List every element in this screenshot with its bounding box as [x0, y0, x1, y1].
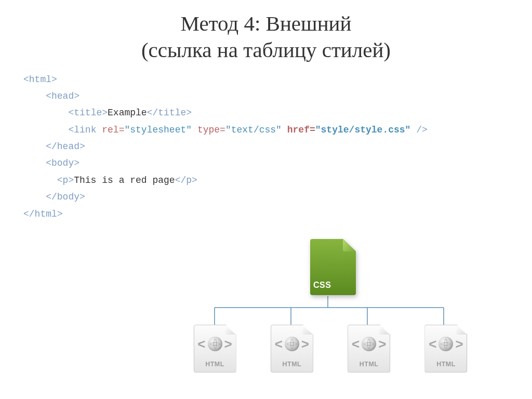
- globe-icon: [438, 337, 453, 351]
- attr-href: href=: [287, 125, 315, 135]
- css-label: CSS: [313, 281, 331, 290]
- title-line-2: (ссылка на таблицу стилей): [141, 38, 391, 62]
- angle-right-icon: >: [455, 337, 463, 351]
- html-label: HTML: [348, 361, 390, 368]
- val-href: "style/style.css": [315, 125, 411, 135]
- globe-icon: [285, 337, 299, 351]
- attr-rel: rel=: [102, 125, 124, 135]
- diagram: CSS <> HTML <> HTML: [185, 239, 476, 390]
- angle-right-icon: >: [301, 337, 309, 351]
- p-text: This is a red page: [74, 175, 175, 185]
- angle-right-icon: >: [378, 337, 386, 351]
- tag-body-close: </body>: [46, 192, 85, 202]
- css-file-icon: CSS: [304, 239, 362, 295]
- val-type: "text/css": [225, 125, 282, 135]
- html-file-icon: <> HTML: [339, 325, 399, 373]
- html-file-icon: <> HTML: [416, 325, 476, 373]
- tag-html-open: <html>: [23, 74, 57, 85]
- angle-right-icon: >: [224, 337, 232, 351]
- tag-head-close: </head>: [46, 141, 85, 152]
- tag-title-close: </title>: [147, 108, 192, 118]
- angle-left-icon: <: [197, 337, 205, 351]
- slide-container: Метод 4: Внешний (ссылка на таблицу стил…: [0, 0, 532, 399]
- globe-icon: [208, 337, 222, 351]
- angle-left-icon: <: [352, 337, 360, 351]
- tag-link-close: />: [410, 125, 427, 135]
- tag-html-close: </html>: [23, 209, 63, 219]
- tag-body-open: <body>: [46, 158, 79, 168]
- globe-icon: [362, 337, 376, 351]
- tag-head-open: <head>: [46, 91, 79, 101]
- angle-left-icon: <: [275, 337, 283, 351]
- attr-type: type=: [197, 125, 225, 135]
- html-file-icon: <> HTML: [185, 325, 245, 373]
- tag-link-open: <link: [68, 125, 102, 135]
- angle-left-icon: <: [429, 337, 436, 351]
- html-label: HTML: [194, 361, 236, 368]
- code-sample: <html> <head> <title>Example</title> <li…: [23, 71, 509, 223]
- tag-title-open: <title>: [68, 108, 108, 118]
- html-file-icon: <> HTML: [262, 325, 322, 373]
- html-label: HTML: [271, 361, 313, 368]
- tag-p-open: <p>: [57, 175, 74, 185]
- val-rel: "stylesheet": [124, 125, 192, 135]
- title-line-1: Метод 4: Внешний: [181, 11, 352, 35]
- html-files-row: <> HTML <> HTML <> HTML: [185, 325, 476, 373]
- html-label: HTML: [425, 361, 467, 368]
- slide-title: Метод 4: Внешний (ссылка на таблицу стил…: [23, 10, 509, 64]
- title-text: Example: [108, 108, 147, 118]
- tag-p-close: </p>: [175, 175, 197, 185]
